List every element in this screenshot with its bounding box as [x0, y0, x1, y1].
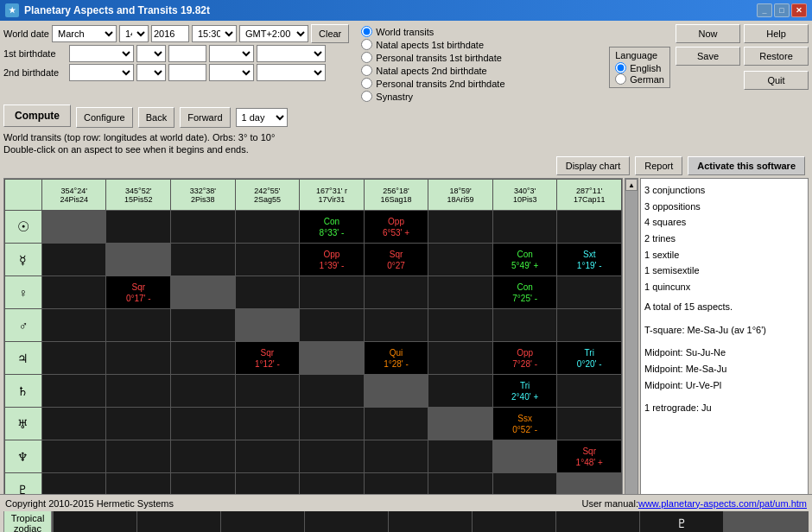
english-option[interactable]: English [615, 62, 664, 73]
compute-button[interactable]: Compute [3, 104, 71, 127]
zod-cell-4 [305, 510, 389, 533]
gmt-select[interactable]: GMT+2:00 [239, 25, 308, 42]
zod-diag [724, 510, 808, 533]
jupiter-jupiter-diag [300, 342, 365, 375]
now-button[interactable]: Now [676, 24, 740, 43]
saturn-uranus-cell [428, 375, 493, 408]
configure-button[interactable]: Configure [76, 107, 133, 128]
natal-apects2-option[interactable]: Natal apects 2nd birthdate [361, 65, 504, 76]
jupiter-mars-aspect[interactable]: Sqr1°12' - [235, 342, 300, 375]
close-button[interactable]: ✕ [791, 3, 807, 17]
mars-neptune-cell [492, 309, 557, 342]
language-title: Language [615, 50, 664, 60]
birth1-year[interactable] [168, 45, 206, 62]
saturn-pluto-cell [557, 375, 622, 408]
scroll-up-btn[interactable]: ▲ [625, 179, 638, 191]
birth1-day[interactable] [136, 45, 166, 62]
world-transits-option[interactable]: World transits [361, 26, 504, 37]
personal-transits2-option[interactable]: Personal transits 2nd birthdate [361, 78, 504, 89]
personal-transits2-radio[interactable] [361, 78, 372, 89]
year-input[interactable] [151, 25, 189, 42]
info-line-1: World transits (top row: longitudes at w… [3, 132, 809, 142]
oppositions-stat: 3 oppositions [644, 199, 804, 215]
natal-apects2-radio[interactable] [361, 65, 372, 76]
birth2-time[interactable] [209, 64, 254, 81]
second-birth-row: 2nd birthdate [3, 64, 349, 81]
birth2-gmt[interactable] [257, 64, 326, 81]
info-line-2: Double-click on an aspect to see when it… [3, 144, 809, 155]
first-birth-row: 1st birthdate [3, 45, 349, 62]
interval-select[interactable]: 1 day 2 days 1 week 1 month [236, 108, 288, 127]
english-label: English [630, 63, 661, 73]
world-date-row: World date March JanuaryFebruaryApril Ma… [3, 24, 349, 43]
birth1-time[interactable] [209, 45, 254, 62]
zodiac-row: Tropicalzodiac ♇ [3, 509, 809, 532]
midpoint1-stat: Midpoint: Su-Ju-Ne [644, 345, 804, 361]
mercury-saturn-aspect[interactable]: Sqr0°27 [364, 244, 428, 276]
mercury-pluto-aspect[interactable]: Sxt1°19' - [557, 244, 622, 276]
natal-apects1-option[interactable]: Natal apects 1st birthdate [361, 39, 504, 50]
language-box: Language English German [609, 47, 670, 88]
birth2-day[interactable] [136, 64, 166, 81]
day-select[interactable]: 14 1234 5678 9101112 13151617 [119, 25, 149, 42]
sun-saturn-aspect[interactable]: Opp6°53' + [364, 211, 428, 244]
forward-button[interactable]: Forward [180, 107, 230, 128]
squares-stat: 4 squares [644, 214, 804, 231]
main-content: World date March JanuaryFebruaryApril Ma… [0, 21, 812, 515]
uranus-neptune-aspect[interactable]: Ssx0°52' - [492, 408, 557, 440]
stats-panel: 3 conjunctions 3 oppositions 4 squares 2… [640, 178, 809, 507]
save-button[interactable]: Save [676, 47, 740, 66]
personal-transits1-option[interactable]: Personal transits 1st birthdate [361, 52, 504, 63]
app-icon: ★ [5, 3, 19, 17]
tsquare-stat: T-square: Me-Sa-Ju (av 1°6') [644, 322, 804, 339]
birth1-month[interactable] [69, 45, 134, 62]
manual-link[interactable]: www.planetary-aspects.com/pat/um.htm [638, 498, 807, 509]
german-option[interactable]: German [615, 73, 664, 85]
saturn-row: ♄ Tri2°40' + [5, 375, 622, 408]
birth1-gmt[interactable] [257, 45, 326, 62]
status-bar: Copyright 2010-2015 Hermetic Systems Use… [0, 494, 812, 511]
jupiter-pluto-aspect[interactable]: Tri0°20' - [557, 342, 622, 375]
jupiter-neptune-aspect[interactable]: Opp7°28' - [492, 342, 557, 375]
mercury-row: ☿ Opp1°39' - Sqr0°27 Con5°49' + Sxt1°19'… [5, 244, 622, 276]
world-transits-radio[interactable] [361, 26, 372, 37]
uranus-pluto-cell [557, 408, 622, 440]
month-select[interactable]: March JanuaryFebruaryApril MayJuneJuly A… [52, 25, 117, 42]
birth2-month[interactable] [69, 64, 134, 81]
german-radio[interactable] [615, 73, 626, 85]
help-button[interactable]: Help [744, 24, 809, 43]
time-select[interactable]: 15:30 [192, 25, 237, 42]
midpoint3-stat: Midpoint: Ur-Ve-Pl [644, 377, 804, 394]
back-button[interactable]: Back [138, 107, 174, 128]
restore-button[interactable]: Restore [744, 47, 809, 66]
clear-button[interactable]: Clear [311, 24, 349, 43]
synastry-radio[interactable] [361, 91, 372, 102]
world-date-label: World date [3, 28, 49, 39]
jupiter-saturn-aspect[interactable]: Qui1°28' - [364, 342, 428, 375]
venus-mercury-aspect[interactable]: Sqr0°17' - [106, 276, 171, 309]
jupiter-mercury-cell [106, 342, 171, 375]
mercury-jupiter-aspect[interactable]: Opp1°39' - [300, 244, 365, 276]
activate-software-button[interactable]: Activate this software [688, 156, 805, 175]
report-button[interactable]: Report [635, 156, 682, 175]
natal-apects1-radio[interactable] [361, 39, 372, 50]
grid-scrollbar[interactable]: ▲ ▼ [625, 178, 638, 507]
venus-neptune-aspect[interactable]: Con7°25' - [492, 276, 557, 309]
minimize-button[interactable]: _ [757, 3, 772, 17]
synastry-option[interactable]: Synastry [361, 91, 504, 102]
saturn-neptune-aspect[interactable]: Tri2°40' + [492, 375, 557, 408]
mercury-sun-cell [41, 244, 106, 276]
mercury-neptune-aspect[interactable]: Con5°49' + [492, 244, 557, 276]
personal-transits1-radio[interactable] [361, 52, 372, 63]
english-radio[interactable] [615, 62, 626, 73]
neptune-pluto-aspect[interactable]: Sqr1°48' + [557, 440, 622, 473]
sun-jupiter-aspect[interactable]: Con8°33' - [300, 211, 365, 244]
col-header-uranus: 18°59'18Ari59 [428, 180, 493, 211]
display-chart-button[interactable]: Display chart [556, 156, 631, 175]
sun-neptune-cell [492, 211, 557, 244]
maximize-button[interactable]: □ [774, 3, 790, 17]
col-header-mercury: 345°52'15Pis52 [106, 180, 171, 211]
title-bar: ★ Planetary Aspects and Transits 19.82t … [0, 0, 812, 21]
quit-button[interactable]: Quit [744, 71, 809, 90]
birth2-year[interactable] [168, 64, 206, 81]
